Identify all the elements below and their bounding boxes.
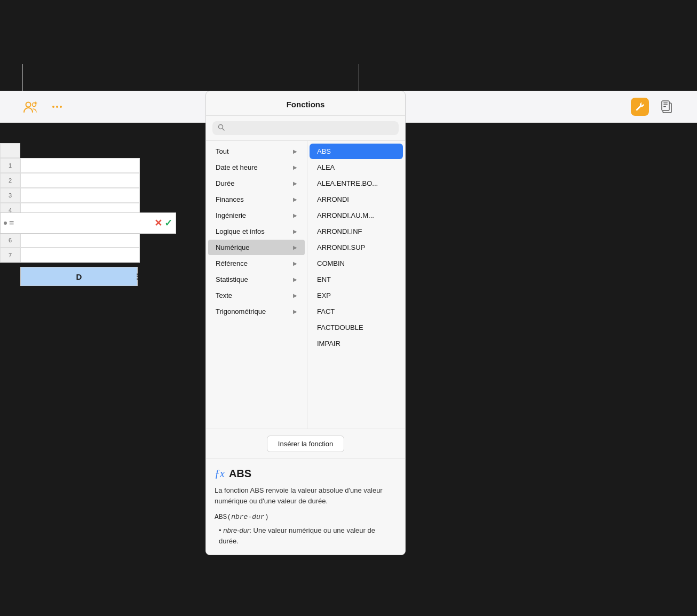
category-label: Logique et infos <box>216 227 265 235</box>
panel-content: Tout▶Date et heure▶Durée▶Finances▶Ingéni… <box>206 141 405 429</box>
search-input-wrap[interactable] <box>212 121 399 135</box>
pointer-line-right <box>359 64 359 93</box>
active-tool-button[interactable] <box>631 98 649 116</box>
chevron-right-icon: ▶ <box>293 228 297 234</box>
svg-point-6 <box>56 106 58 108</box>
fx-icon: ƒx <box>215 468 225 480</box>
category-item[interactable]: Statistique▶ <box>208 272 305 287</box>
svg-rect-10 <box>663 104 668 105</box>
param-bullet: nbre-dur <box>223 526 249 534</box>
function-item[interactable]: COMBIN <box>310 256 403 271</box>
function-item[interactable]: ARRONDI <box>310 192 403 207</box>
svg-point-0 <box>26 102 31 107</box>
grid-row-6: 6 <box>0 233 140 248</box>
function-item[interactable]: EXP <box>310 288 403 303</box>
category-label: Trigonométrique <box>216 307 266 315</box>
add-collaborator-button[interactable] <box>21 98 39 116</box>
grid-row-2: 2 <box>0 173 140 188</box>
row-num <box>0 143 20 158</box>
svg-line-13 <box>223 129 225 131</box>
category-label: Référence <box>216 259 248 267</box>
search-icon <box>218 124 225 132</box>
category-label: Finances <box>216 195 244 203</box>
category-label: Statistique <box>216 275 248 283</box>
help-param: • nbre-dur: Une valeur numérique ou une … <box>219 525 397 546</box>
category-label: Date et heure <box>216 163 258 171</box>
category-item[interactable]: Durée▶ <box>208 176 305 191</box>
category-item[interactable]: Référence▶ <box>208 256 305 271</box>
category-label: Numérique <box>216 243 250 251</box>
chevron-right-icon: ▶ <box>293 196 297 202</box>
column-header-d[interactable]: D <box>20 267 138 286</box>
category-item[interactable]: Trigonométrique▶ <box>208 304 305 319</box>
function-list: ABSALEAALEA.ENTRE.BO...ARRONDIARRONDI.AU… <box>307 141 405 429</box>
function-item[interactable]: ARRONDI.SUP <box>310 240 403 255</box>
function-item[interactable]: ALEA <box>310 160 403 175</box>
function-item[interactable]: ARRONDI.INF <box>310 224 403 239</box>
cell-d2[interactable] <box>20 173 140 188</box>
category-label: Durée <box>216 179 234 187</box>
chevron-right-icon: ▶ <box>293 180 297 186</box>
category-item[interactable]: Logique et infos▶ <box>208 224 305 239</box>
chevron-right-icon: ▶ <box>293 148 297 154</box>
row-num-3: 3 <box>0 188 20 203</box>
function-item[interactable]: IMPAIR <box>310 336 403 351</box>
row-num-1: 1 <box>0 158 20 173</box>
row-num-6: 6 <box>0 233 20 248</box>
category-list: Tout▶Date et heure▶Durée▶Finances▶Ingéni… <box>206 141 307 429</box>
function-item[interactable]: FACTDOUBLE <box>310 320 403 335</box>
category-item[interactable]: Numérique▶ <box>208 240 305 255</box>
function-item[interactable]: ARRONDI.AU.M... <box>310 208 403 223</box>
insert-function-button[interactable]: Insérer la fonction <box>267 436 344 452</box>
svg-rect-9 <box>663 102 668 104</box>
svg-rect-11 <box>663 106 666 107</box>
column-resize-handle[interactable] <box>136 267 139 286</box>
help-func-name: ABS <box>229 468 251 480</box>
function-item[interactable]: FACT <box>310 304 403 319</box>
chevron-right-icon: ▶ <box>293 309 297 314</box>
row-num-7: 7 <box>0 248 20 263</box>
formula-input[interactable] <box>16 219 152 227</box>
grid-row-3: 3 <box>0 188 140 203</box>
chevron-right-icon: ▶ <box>293 212 297 218</box>
chevron-right-icon: ▶ <box>293 260 297 266</box>
formula-bar: = ✕ ✓ <box>0 212 176 234</box>
formula-confirm-button[interactable]: ✓ <box>164 217 172 229</box>
svg-point-7 <box>60 106 62 108</box>
spreadsheet-grid: D 1 2 3 4 5 6 7 <box>0 143 140 263</box>
category-label: Tout <box>216 147 229 155</box>
syntax-label: ABS( <box>215 513 231 521</box>
cell-d6[interactable] <box>20 233 140 248</box>
help-title-row: ƒx ABS <box>215 468 397 480</box>
category-item[interactable]: Tout▶ <box>208 144 305 159</box>
function-item[interactable]: ALEA.ENTRE.BO... <box>310 176 403 191</box>
help-description: La fonction ABS renvoie la valeur absolu… <box>215 485 397 506</box>
row-num-2: 2 <box>0 173 20 188</box>
insert-button-row: Insérer la fonction <box>206 429 405 459</box>
document-button[interactable] <box>658 98 676 116</box>
panel-title: Fonctions <box>206 91 405 116</box>
syntax-param: nbre-dur <box>231 513 264 521</box>
chevron-right-icon: ▶ <box>293 164 297 170</box>
category-item[interactable]: Finances▶ <box>208 192 305 207</box>
chevron-right-icon: ▶ <box>293 277 297 282</box>
category-item[interactable]: Ingénierie▶ <box>208 208 305 223</box>
function-item[interactable]: ABS <box>310 144 403 159</box>
cell-d1[interactable] <box>20 158 140 173</box>
syntax-close: ) <box>265 513 269 521</box>
category-item[interactable]: Texte▶ <box>208 288 305 303</box>
grid-row-1: 1 <box>0 158 140 173</box>
pointer-line-left <box>22 64 23 93</box>
search-bar <box>206 116 405 141</box>
help-syntax: ABS(nbre-dur) <box>215 512 397 521</box>
formula-equals-button[interactable]: = <box>9 218 14 228</box>
grid-row-header: D <box>0 143 140 158</box>
cell-d7[interactable] <box>20 248 140 263</box>
formula-cancel-button[interactable]: ✕ <box>154 217 162 229</box>
cell-d3[interactable] <box>20 188 140 203</box>
svg-rect-8 <box>662 101 669 110</box>
more-options-button[interactable] <box>48 98 66 116</box>
function-item[interactable]: ENT <box>310 272 403 287</box>
search-input[interactable] <box>228 124 393 132</box>
category-item[interactable]: Date et heure▶ <box>208 160 305 175</box>
